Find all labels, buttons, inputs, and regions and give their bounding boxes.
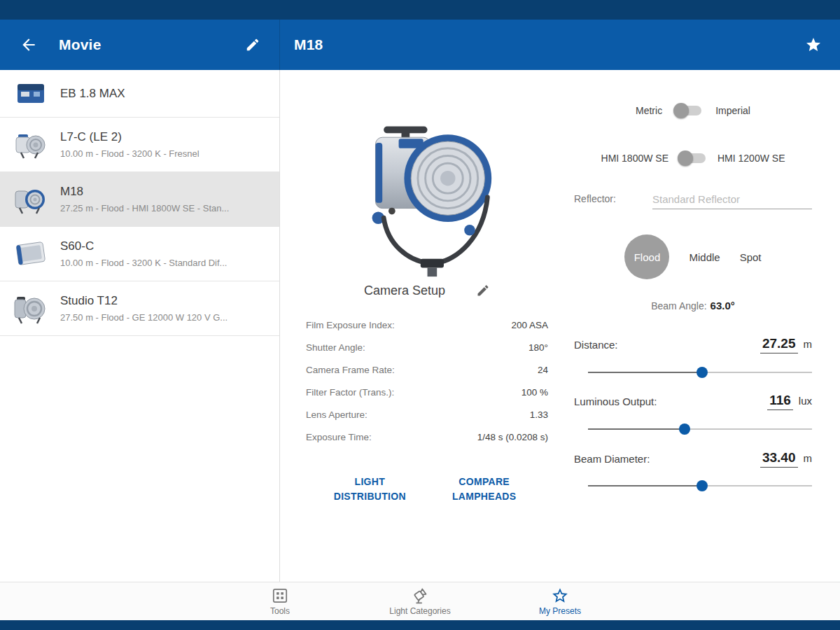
list-item-subtitle: 10.00 m - Flood - 3200 K - Fresnel xyxy=(60,148,200,159)
luminous-slider[interactable] xyxy=(588,424,812,435)
action-buttons-row: LIGHT DISTRIBUTION COMPARE LAMPHEADS xyxy=(301,475,553,504)
list-item-subtitle: 27.50 m - Flood - GE 12000 W 120 V G... xyxy=(60,312,227,323)
beam-mode-row: Flood Middle Spot xyxy=(574,234,812,280)
lamphead-icon xyxy=(411,587,429,605)
group-title: Movie xyxy=(59,36,102,53)
favorite-button[interactable] xyxy=(805,36,822,53)
distance-row: Distance: 27.25 m xyxy=(574,334,812,355)
luminous-row: Luminous Output: 116 lux xyxy=(574,391,812,412)
app-screen: Movie M18 EB 1.8 MAX xyxy=(0,0,840,630)
row-value: 100 % xyxy=(522,387,548,398)
beam-angle-row: Beam Angle:63.0° xyxy=(574,300,812,312)
status-bar xyxy=(0,0,840,20)
row-label: Filter Factor (Trans.): xyxy=(306,387,394,398)
beam-diameter-value[interactable]: 33.40 xyxy=(760,450,798,468)
distance-value[interactable]: 27.25 xyxy=(760,336,798,354)
tab-light-categories[interactable]: Light Categories xyxy=(350,582,490,620)
beam-diameter-slider[interactable] xyxy=(588,480,812,491)
row-label: Camera Frame Rate: xyxy=(306,365,395,375)
tab-label: Light Categories xyxy=(389,606,450,616)
compare-lampheads-button[interactable]: COMPARE LAMPHEADS xyxy=(439,475,530,504)
tab-label: My Presets xyxy=(539,606,581,616)
app-bar-left: Movie xyxy=(0,20,280,70)
beam-mode-spot[interactable]: Spot xyxy=(740,251,762,263)
row-label: Lens Aperture: xyxy=(306,410,368,420)
app-bar-right: M18 xyxy=(280,20,840,70)
list-item-title: S60-C xyxy=(60,239,227,253)
luminous-value[interactable]: 116 xyxy=(767,393,793,410)
table-row: Shutter Angle: 180° xyxy=(306,336,548,358)
units-row: Metric Imperial xyxy=(574,101,812,120)
camera-setup-header: Camera Setup xyxy=(301,280,553,301)
list-item-l7c[interactable]: L7-C (LE 2) 10.00 m - Flood - 3200 K - F… xyxy=(0,118,279,172)
lamp-left-label[interactable]: HMI 1800W SE xyxy=(601,153,668,164)
list-item-eb18max[interactable]: EB 1.8 MAX xyxy=(0,70,279,118)
star-outline-icon xyxy=(551,587,569,605)
list-item-title: L7-C (LE 2) xyxy=(60,130,200,144)
pencil-icon xyxy=(245,37,260,52)
preset-list: EB 1.8 MAX L7-C (LE 2) 10.00 m - Flood -… xyxy=(0,70,280,582)
row-value: 180° xyxy=(528,342,548,353)
lamphead-image xyxy=(360,113,497,281)
row-label: Exposure Time: xyxy=(306,432,372,442)
lamp-thumbnail xyxy=(13,129,49,161)
list-item-subtitle: 27.25 m - Flood - HMI 1800W SE - Stan... xyxy=(60,203,229,214)
table-row: Exposure Time: 1/48 s (0.0208 s) xyxy=(306,426,548,448)
row-value: 1.33 xyxy=(530,410,548,420)
edit-camera-setup-button[interactable] xyxy=(476,284,490,298)
lamp-row: HMI 1800W SE HMI 1200W SE xyxy=(574,148,812,168)
table-row: Camera Frame Rate: 24 xyxy=(306,358,548,381)
lamp-thumbnail xyxy=(13,183,49,216)
table-row: Lens Aperture: 1.33 xyxy=(306,403,548,426)
detail-title: M18 xyxy=(294,36,323,53)
lamp-thumbnail xyxy=(13,78,49,110)
list-item-m18[interactable]: M18 27.25 m - Flood - HMI 1800W SE - Sta… xyxy=(0,172,279,227)
units-toggle[interactable] xyxy=(673,103,704,118)
beam-angle-label: Beam Angle: xyxy=(651,300,706,312)
row-value: 200 ASA xyxy=(511,320,548,330)
row-value: 1/48 s (0.0208 s) xyxy=(477,432,548,442)
table-row: Film Exposure Index: 200 ASA xyxy=(306,314,548,336)
edit-group-button[interactable] xyxy=(245,37,260,52)
beam-diameter-field[interactable]: 33.40 m xyxy=(760,450,812,468)
distance-slider[interactable] xyxy=(588,367,812,378)
units-left-label[interactable]: Metric xyxy=(636,105,662,116)
slider-thumb[interactable] xyxy=(696,367,708,378)
beam-mode-flood[interactable]: Flood xyxy=(624,234,669,279)
lamp-right-label[interactable]: HMI 1200W SE xyxy=(718,153,785,164)
list-item-title: Studio T12 xyxy=(60,294,227,308)
beam-angle-value: 63.0° xyxy=(710,300,735,312)
table-row: Filter Factor (Trans.): 100 % xyxy=(306,381,548,403)
beam-mode-middle[interactable]: Middle xyxy=(689,251,720,263)
app-bar: Movie M18 xyxy=(0,20,840,70)
back-button[interactable] xyxy=(20,36,38,54)
tab-my-presets[interactable]: My Presets xyxy=(490,582,630,620)
distance-field[interactable]: 27.25 m xyxy=(760,336,812,354)
reflector-select[interactable]: Standard Reflector xyxy=(652,189,812,209)
luminous-label: Luminous Output: xyxy=(574,396,657,407)
distance-label: Distance: xyxy=(574,339,618,351)
lamp-toggle[interactable] xyxy=(678,150,708,166)
light-distribution-button[interactable]: LIGHT DISTRIBUTION xyxy=(324,475,415,504)
list-item-subtitle: 10.00 m - Flood - 3200 K - Standard Dif.… xyxy=(60,258,227,268)
luminous-unit: lux xyxy=(799,395,812,407)
tab-tools[interactable]: Tools xyxy=(210,582,350,620)
android-nav-strip xyxy=(0,620,840,630)
arrow-left-icon xyxy=(20,36,38,54)
list-item-s60c[interactable]: S60-C 10.00 m - Flood - 3200 K - Standar… xyxy=(0,227,279,281)
distance-unit: m xyxy=(804,338,813,350)
lamp-thumbnail xyxy=(13,293,49,325)
list-item-t12[interactable]: Studio T12 27.50 m - Flood - GE 12000 W … xyxy=(0,281,279,336)
pencil-icon xyxy=(476,284,490,298)
row-value: 24 xyxy=(538,365,548,375)
beam-diameter-label: Beam Diameter: xyxy=(574,453,650,465)
detail-panel: Metric Imperial HMI 1800W SE HMI 1200W S… xyxy=(280,70,840,582)
camera-setup-title: Camera Setup xyxy=(364,284,445,298)
camera-setup-table: Film Exposure Index: 200 ASA Shutter Ang… xyxy=(306,314,548,448)
luminous-field[interactable]: 116 lux xyxy=(767,393,812,410)
slider-thumb[interactable] xyxy=(696,480,708,491)
reflector-row: Reflector: Standard Reflector xyxy=(574,189,812,210)
units-right-label[interactable]: Imperial xyxy=(715,105,750,116)
slider-thumb[interactable] xyxy=(679,424,690,435)
beam-diameter-unit: m xyxy=(804,452,813,464)
